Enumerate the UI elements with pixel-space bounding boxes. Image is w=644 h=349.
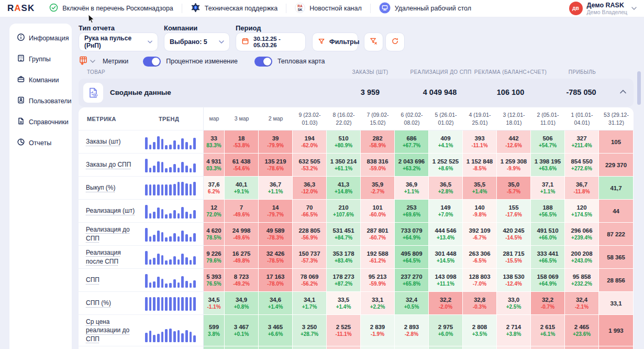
metric-label[interactable]: СПП	[86, 276, 99, 284]
heat-cell: 2 839-1.9%	[361, 315, 395, 346]
chevron-up-icon[interactable]	[620, 90, 626, 94]
heat-cell: 34,6+1.4%	[259, 292, 293, 315]
heat-cell: 2 808+3.5%	[463, 315, 497, 346]
period-datepicker[interactable]: 30.12.25 - 05.03.26	[236, 32, 306, 51]
heat-cell	[531, 346, 565, 349]
metric-label[interactable]: Заказы (шт)	[86, 137, 121, 146]
columns-settings-button[interactable]	[79, 56, 95, 67]
summary-header-strip: ТОВАР ЗАКАЗЫ (ШТ) РЕАЛИЗАЦИЯ ДО СПП РЕКЛ…	[79, 69, 634, 77]
heat-cell: 4 62078.5%	[204, 223, 225, 246]
building-icon	[17, 54, 25, 64]
heat-cell: 4 93103.3%	[204, 154, 225, 177]
filters-button[interactable]: Фильтры	[312, 32, 358, 51]
heat-cell	[395, 346, 429, 349]
pie-chart-icon	[17, 138, 25, 148]
heat-cell: 3383.3%	[204, 130, 225, 154]
heat-cell: 194-62.0%	[293, 130, 327, 154]
divider	[182, 4, 182, 13]
date-column-header: 6 (02.02-08.02)	[395, 107, 429, 130]
trend-sparkline	[139, 292, 204, 315]
user-menu[interactable]: ДВ Демо RASK Демо Владелец	[569, 2, 637, 15]
date-column-header: 3 мар	[225, 107, 259, 130]
sidebar-item-users[interactable]: Пользователи	[17, 96, 72, 106]
heat-cell: 1 152 848-8.5%	[463, 154, 497, 177]
heat-cell: 58 365	[599, 246, 634, 269]
heat-cell: 333 441+66.5%	[531, 246, 565, 269]
heat-cell: 263 306-6.5%	[463, 246, 497, 269]
info-icon	[17, 33, 25, 43]
topbar-item-news[interactable]: RASK Новостной канал	[295, 3, 362, 15]
topbar-item-support[interactable]: Техническая поддержка	[191, 3, 277, 14]
report-type-select[interactable]: Рука на пульсе (РнП)	[79, 32, 158, 51]
heat-cell: 18-53.8%	[225, 130, 259, 154]
heat-cell: 150 737-57.3%	[293, 246, 327, 269]
document-icon	[17, 117, 25, 127]
rask-logo[interactable]: RASK	[7, 3, 35, 14]
heat-cell: 32,4-2.1%	[565, 292, 599, 315]
metric-column-header: МЕТРИКА	[79, 107, 139, 130]
heat-cell: 2 615+6.1%	[531, 315, 565, 346]
heat-cell: 105	[599, 130, 634, 154]
metric-label[interactable]: Реализация до СПП	[86, 225, 137, 242]
metric-label[interactable]: Ср цена реализации до СПП	[86, 318, 137, 343]
heat-cell: 228 805-56.9%	[293, 223, 327, 246]
summary-ads-value: 106 100	[471, 88, 550, 96]
divider	[370, 4, 371, 13]
heat-cell: 33,1+2.2%	[361, 292, 395, 315]
heat-cell: 281 715-15.5%	[497, 246, 531, 269]
heat-cell: 253+69.6%	[395, 200, 429, 223]
heat-cell: 1 993	[599, 315, 634, 346]
metric-label[interactable]: Выкуп (%)	[86, 183, 116, 192]
heat-cell	[361, 346, 395, 349]
heat-cell: 229 370	[599, 154, 634, 177]
heat-cell: 35,9-2.7%	[361, 177, 395, 200]
topbar: RASK Включён в перечень Роскомнадзора Те…	[0, 0, 644, 17]
calendar-icon	[241, 37, 249, 47]
heat-cell: 32,2-2.0%	[429, 292, 463, 315]
trend-sparkline	[139, 130, 204, 154]
companies-select[interactable]: Выбрано: 5	[164, 32, 230, 51]
companies-label: Компании	[164, 24, 197, 32]
table-row: Реализация (шт)1272.0%7-49.6%14-79.7%70-…	[79, 200, 634, 223]
sidebar-item-reports[interactable]: Отчеты	[17, 138, 72, 148]
chevron-down-icon	[631, 7, 637, 10]
heatmap-toggle[interactable]	[254, 57, 272, 67]
funnel-x-icon	[370, 37, 377, 47]
table-row: СПП (%)34,5-1.1%34,9+0.8%34,6+1.4%34,1+1…	[79, 292, 634, 315]
vertical-scrollbar-thumb[interactable]	[637, 71, 641, 105]
summary-title: Сводные данные	[110, 89, 171, 96]
sidebar-item-groups[interactable]: Группы	[17, 54, 72, 64]
topbar-item-roskomnadzor[interactable]: Включён в перечень Роскомнадзора	[49, 3, 173, 14]
heat-cell: 200 208+243.0%	[565, 246, 599, 269]
clear-filters-button[interactable]	[364, 32, 383, 51]
metric-label[interactable]: Реализация после СПП	[86, 248, 137, 265]
metric-label[interactable]: Реализация (шт)	[86, 206, 135, 215]
sidebar-item-directories[interactable]: Справочники	[17, 117, 72, 127]
heat-cell: 17 163-78.0%	[259, 269, 293, 292]
trend-sparkline	[139, 269, 204, 292]
percent-change-label: Процентное изменение	[166, 58, 238, 65]
sidebar-item-information[interactable]: Информация	[17, 33, 72, 43]
date-column-header: 4 (19.01-25.01)	[463, 107, 497, 130]
table-row: СПП5 39376.5%8 723-49.2%17 163-78.0%78 0…	[79, 269, 634, 292]
heat-cell: 36,9+1.1%	[395, 177, 429, 200]
percent-change-toggle[interactable]	[143, 57, 161, 67]
heat-cell: 8 723-49.2%	[225, 269, 259, 292]
topbar-item-remote-desktop[interactable]: Удаленный рабочий стол	[379, 2, 471, 15]
summary-row[interactable]: Сводные данные 3 959 4 049 948 106 100 -…	[79, 79, 634, 107]
trend-sparkline	[139, 200, 204, 223]
heat-cell: 282-58.9%	[361, 130, 395, 154]
trend-sparkline	[139, 223, 204, 246]
remote-desktop-icon	[379, 2, 391, 15]
sidebar-item-companies[interactable]: Компании	[17, 75, 72, 85]
heat-cell: 24 998-49.6%	[225, 223, 259, 246]
refresh-button[interactable]	[385, 32, 405, 51]
metric-label[interactable]: Заказы до СПП	[86, 160, 131, 169]
heat-cell: 495 809+64.5%	[395, 246, 429, 269]
heat-cell: 32,8-0.3%	[463, 292, 497, 315]
heat-cell: 34,1+1.7%	[293, 292, 327, 315]
heat-cell: 36,5+2.8%	[429, 177, 463, 200]
table-row: Заказы (шт)3383.3%18-53.8%39-79.9%194-62…	[79, 130, 634, 154]
heat-cell: 632 505-53.2%	[293, 154, 327, 177]
metric-label[interactable]: СПП (%)	[86, 299, 111, 307]
